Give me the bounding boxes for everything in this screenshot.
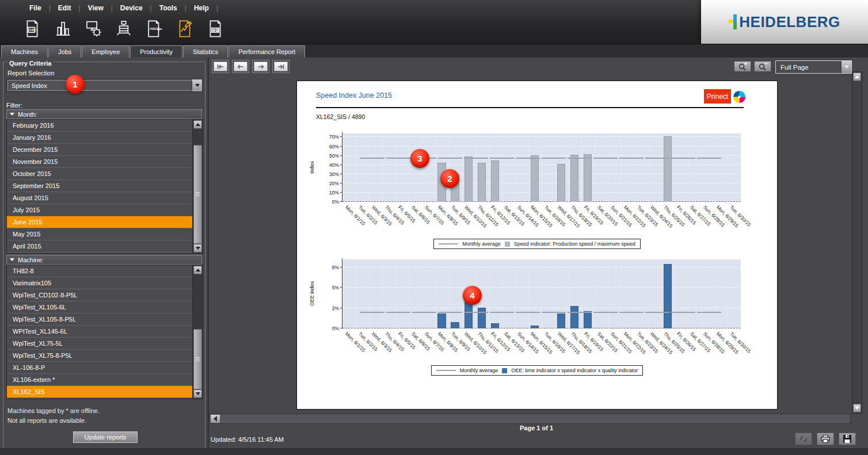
y-tick-label: 5%: [319, 285, 339, 290]
month-item[interactable]: June 2015: [7, 216, 198, 228]
month-item[interactable]: November 2015: [7, 156, 198, 168]
horizontal-gridline: [342, 155, 741, 156]
machine-item[interactable]: Varimatrix105: [7, 277, 198, 289]
machine-item[interactable]: WpiTest_CD102-8-P5L: [7, 289, 198, 301]
machine-scrollbar[interactable]: [192, 265, 203, 399]
month-item[interactable]: October 2015: [7, 168, 198, 180]
machine-section-header[interactable]: Machine:: [6, 255, 202, 265]
month-item[interactable]: December 2015: [7, 144, 198, 156]
text-import-button[interactable]: ABC: [144, 18, 165, 40]
month-item[interactable]: July 2015: [7, 204, 198, 216]
menu-tools[interactable]: Tools: [152, 3, 185, 13]
svg-text:ABC: ABC: [29, 28, 37, 32]
vertical-gridline: [515, 259, 516, 328]
annotation-badge-2: 2: [440, 169, 459, 188]
month-item[interactable]: April 2015: [7, 240, 198, 253]
scroll-up-button[interactable]: [853, 72, 861, 81]
machine-item[interactable]: WpiTest_XL105-8-P5L: [7, 313, 198, 326]
month-section-header[interactable]: Month:: [6, 109, 202, 119]
print-button[interactable]: [817, 433, 834, 445]
last-page-button-frame: [272, 60, 290, 73]
oee-index-legend: Monthly averageOEE: time indicator x spe…: [297, 363, 777, 376]
scrollbar-thumb[interactable]: [193, 145, 202, 244]
machine-item[interactable]: WpiTest_XL75-8-P5L: [7, 350, 198, 362]
scroll-down-button[interactable]: [193, 244, 202, 253]
toolbar: ABCABC: [22, 18, 226, 40]
report-selection-dropdown[interactable]: Speed Index: [6, 79, 203, 92]
month-item[interactable]: August 2015: [7, 192, 198, 204]
month-item[interactable]: February 2016: [7, 120, 198, 132]
machine-item[interactable]: XL106-extern *: [7, 374, 198, 386]
menu-file[interactable]: File: [22, 3, 49, 13]
scrollbar-thumb[interactable]: [193, 329, 202, 389]
tab-jobs[interactable]: Jobs: [48, 45, 81, 58]
query-criteria-title: Query Criteria: [7, 60, 54, 67]
horizontal-scrollbar[interactable]: [210, 414, 851, 424]
triangle-down-icon: [196, 247, 200, 250]
scroll-up-button[interactable]: [193, 266, 202, 274]
tab-machines[interactable]: Machines: [1, 45, 48, 58]
scroll-left-button[interactable]: [211, 415, 220, 423]
menu-help[interactable]: Help: [186, 3, 216, 13]
menu-device[interactable]: Device: [113, 3, 150, 13]
refresh-button[interactable]: [795, 433, 812, 445]
bar: [491, 160, 499, 202]
bar: [557, 313, 565, 328]
scroll-down-button[interactable]: [193, 389, 202, 398]
tab-performance-report[interactable]: Performance Report: [229, 45, 305, 58]
month-item[interactable]: May 2015: [7, 228, 198, 240]
machine-item[interactable]: WpiTest_XL75-5L: [7, 338, 198, 350]
logo-panel: HEIDELBERG: [701, 0, 868, 44]
dropdown-arrow-button[interactable]: [192, 79, 202, 91]
scroll-down-button[interactable]: [853, 404, 861, 412]
menu-edit[interactable]: Edit: [51, 3, 79, 13]
text-report-button[interactable]: ABC: [22, 18, 43, 40]
horizontal-gridline: [342, 174, 741, 174]
machine-item[interactable]: XL-106-8-P: [7, 362, 198, 374]
first-page-icon: [216, 64, 224, 70]
menu-separator: |: [216, 4, 218, 12]
machine-item[interactable]: XL162_SIS: [7, 386, 198, 398]
zoom-in-button[interactable]: [734, 61, 751, 72]
performance-report-button[interactable]: [174, 18, 195, 40]
tab-statistics[interactable]: Statistics: [183, 45, 228, 58]
heidelberg-logo: HEIDELBERG: [729, 13, 840, 31]
machine-button[interactable]: [113, 18, 134, 40]
next-page-button[interactable]: [254, 62, 268, 71]
zoom-out-button[interactable]: [754, 61, 771, 72]
filter-label: Filter:: [6, 102, 22, 109]
tab-productivity[interactable]: Productivity: [130, 45, 182, 58]
system-settings-button[interactable]: [83, 18, 104, 40]
dropdown-arrow-button[interactable]: [841, 61, 851, 73]
machine-item[interactable]: TH82-8: [7, 265, 198, 277]
month-scrollbar[interactable]: [192, 120, 203, 253]
machine-item[interactable]: WPITest_XL145-6L: [7, 326, 198, 338]
machine-report-button[interactable]: [205, 18, 226, 40]
tab-employee[interactable]: Employee: [82, 45, 130, 58]
y-tick-label: 0%: [319, 326, 339, 331]
first-page-button[interactable]: [214, 62, 227, 71]
vertical-scrollbar[interactable]: [852, 71, 862, 414]
menu-view[interactable]: View: [81, 3, 111, 13]
y-tick-mark: [340, 267, 342, 267]
machine-item[interactable]: WpiTest_XL105-6L: [7, 301, 198, 313]
last-page-button[interactable]: [274, 62, 288, 71]
zoom-level-dropdown[interactable]: Full Page: [775, 60, 852, 74]
bar: [584, 311, 592, 328]
report-title: Speed Index June 2015: [316, 91, 392, 100]
bar-chart-button[interactable]: [52, 18, 73, 40]
chevron-down-icon: [195, 84, 200, 87]
bar-chart-icon: [54, 20, 71, 38]
update-reports-button[interactable]: Update reports: [73, 431, 138, 443]
month-item[interactable]: September 2015: [7, 180, 198, 192]
legend-bar-sample: [502, 368, 507, 373]
scroll-up-button[interactable]: [193, 120, 202, 129]
machine-list: TH82-8Varimatrix105WpiTest_CD102-8-P5LWp…: [6, 265, 203, 399]
annotation-badge-3: 3: [410, 149, 429, 168]
save-button[interactable]: [839, 433, 856, 445]
bar: [478, 308, 486, 328]
arrow-left-icon: [237, 64, 245, 70]
previous-page-button[interactable]: [234, 62, 248, 71]
y-tick-mark: [340, 165, 342, 165]
month-item[interactable]: January 2016: [7, 132, 198, 144]
